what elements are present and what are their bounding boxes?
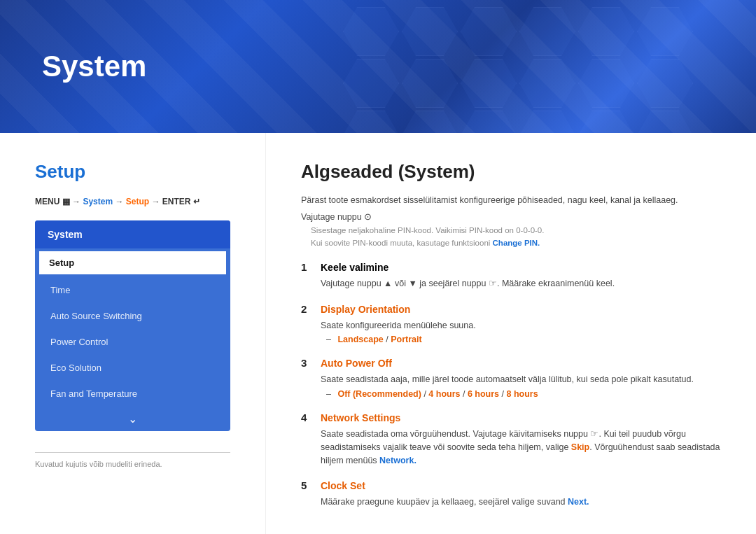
menu-item-power-control[interactable]: Power Control: [35, 329, 230, 355]
header-banner: System: [0, 0, 756, 133]
content-heading: Algseaded (System): [301, 161, 721, 183]
menu-item-time[interactable]: Time: [35, 277, 230, 303]
change-pin-link[interactable]: Change PIN.: [493, 239, 540, 247]
4hours-link[interactable]: 4 hours: [428, 389, 460, 399]
vajutage-text: Vajutage nuppu ⊙: [301, 211, 721, 222]
breadcrumb-menu: MENU: [35, 197, 59, 206]
next-link[interactable]: Next.: [568, 497, 589, 507]
step-title-5: Clock Set: [321, 480, 365, 491]
portrait-link[interactable]: Portrait: [391, 335, 421, 344]
menu-header: System: [35, 220, 230, 248]
step-3-desc: Saate seadistada aaja, mille järel toode…: [321, 373, 721, 386]
breadcrumb: MENU ▦ → System → Setup → ENTER ↵: [35, 197, 230, 206]
system-menu: System Setup Time Auto Source Switching …: [35, 220, 230, 431]
step-2-option: Landscape / Portrait: [326, 335, 721, 344]
step-num-4: 4: [301, 412, 312, 423]
footnote-text: Kuvatud kujutis võib mudeliti erineda.: [35, 460, 230, 468]
network-link[interactable]: Network.: [379, 456, 416, 465]
step-4: 4 Network Settings Saate seadistada oma …: [301, 412, 721, 467]
8hours-link[interactable]: 8 hours: [507, 389, 538, 399]
section-title: Setup: [35, 161, 230, 183]
step-1: 1 Keele valimine Vajutage nuppu ▲ või ▼ …: [301, 261, 721, 290]
remote-icon: ⊙: [364, 212, 372, 222]
right-panel: Algseaded (System) Pärast toote esmakord…: [266, 133, 756, 534]
menu-chevron-down[interactable]: ⌄: [35, 407, 230, 431]
step-title-2: Display Orientation: [321, 304, 410, 315]
step-num-2: 2: [301, 303, 312, 315]
hex-pattern-decoration: [336, 0, 756, 133]
menu-item-auto-source[interactable]: Auto Source Switching: [35, 303, 230, 329]
intro-paragraph: Pärast toote esmakordset sisselülitamist…: [301, 194, 721, 207]
left-panel: Setup MENU ▦ → System → Setup → ENTER ↵ …: [0, 133, 266, 534]
pin-note-1: Sisestage neljakohaline PIN-kood. Vaikim…: [311, 225, 721, 236]
step-5: 5 Clock Set Määrake praegune kuupäev ja …: [301, 479, 721, 509]
step-2-desc: Saate konfigureerida menüülehe suuna.: [321, 319, 721, 332]
step-title-1: Keele valimine: [321, 262, 388, 273]
enter-icon: ☞: [489, 279, 497, 288]
breadcrumb-setup: Setup: [126, 197, 149, 206]
menu-item-fan-temp[interactable]: Fan and Temperature: [35, 381, 230, 407]
content-area: Setup MENU ▦ → System → Setup → ENTER ↵ …: [0, 133, 756, 534]
step-3: 3 Auto Power Off Saate seadistada aaja, …: [301, 357, 721, 399]
page-title: System: [42, 50, 146, 83]
menu-item-eco-solution[interactable]: Eco Solution: [35, 355, 230, 381]
step-5-desc: Määrake praegune kuupäev ja kellaaeg, se…: [321, 496, 721, 509]
step-1-desc: Vajutage nuppu ▲ või ▼ ja seejärel nuppu…: [321, 277, 721, 290]
step-4-desc: Saate seadistada oma võrguühendust. Vaju…: [321, 428, 721, 467]
breadcrumb-enter: ENTER: [162, 197, 191, 206]
step-3-option: Off (Recommended) / 4 hours / 6 hours / …: [326, 389, 721, 399]
pin-note-2: Kui soovite PIN-koodi muuta, kasutage fu…: [311, 237, 721, 248]
skip-link[interactable]: Skip: [571, 442, 589, 452]
step-title-4: Network Settings: [321, 412, 400, 423]
footnote-container: Kuvatud kujutis võib mudeliti erineda.: [35, 452, 230, 468]
step-num-5: 5: [301, 479, 312, 491]
breadcrumb-enter-icon: ↵: [193, 197, 200, 206]
step-num-3: 3: [301, 357, 312, 369]
breadcrumb-menu-icon: ▦: [62, 197, 72, 206]
step-num-1: 1: [301, 261, 312, 273]
landscape-link[interactable]: Landscape: [337, 335, 383, 344]
6hours-link[interactable]: 6 hours: [468, 389, 499, 399]
menu-item-setup[interactable]: Setup: [38, 250, 227, 276]
breadcrumb-system[interactable]: System: [83, 197, 113, 206]
off-recommended-link[interactable]: Off (Recommended): [337, 389, 421, 399]
step-title-3: Auto Power Off: [321, 358, 392, 369]
step-2: 2 Display Orientation Saate konfigureeri…: [301, 303, 721, 345]
enter-icon-2: ☞: [590, 429, 598, 439]
